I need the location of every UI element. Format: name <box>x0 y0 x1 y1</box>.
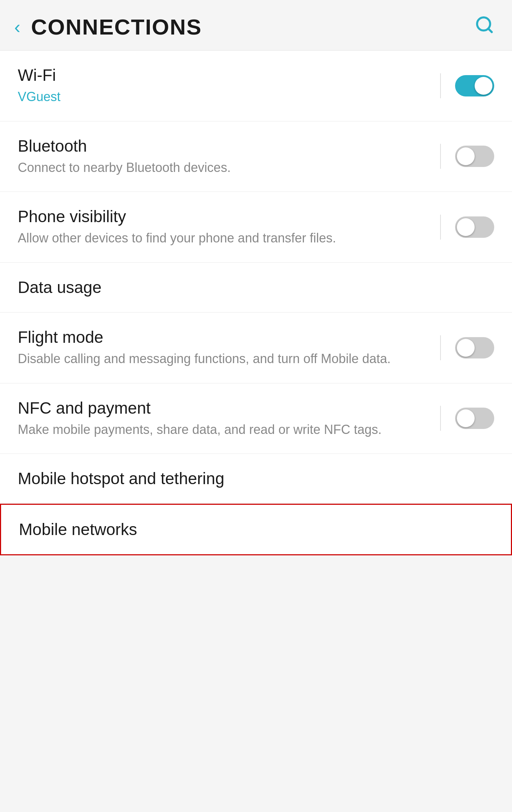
bluetooth-item-left: Bluetooth Connect to nearby Bluetooth de… <box>18 136 426 177</box>
wifi-divider <box>440 73 441 98</box>
nfc-payment-subtitle: Make mobile payments, share data, and re… <box>18 421 426 439</box>
wifi-title: Wi-Fi <box>18 66 426 85</box>
phone-visibility-title: Phone visibility <box>18 207 426 226</box>
wifi-toggle[interactable] <box>455 75 494 96</box>
flight-mode-toggle-container <box>455 337 494 358</box>
flight-mode-toggle[interactable] <box>455 337 494 358</box>
svg-line-1 <box>488 28 492 32</box>
phone-visibility-toggle-container <box>455 216 494 238</box>
hotspot-tethering-title: Mobile hotspot and tethering <box>18 469 494 488</box>
phone-visibility-item-left: Phone visibility Allow other devices to … <box>18 207 426 247</box>
bluetooth-item[interactable]: Bluetooth Connect to nearby Bluetooth de… <box>0 121 512 192</box>
phone-visibility-toggle[interactable] <box>455 216 494 238</box>
bluetooth-divider <box>440 144 441 169</box>
nfc-payment-title: NFC and payment <box>18 398 426 418</box>
phone-visibility-divider <box>440 215 441 240</box>
phone-visibility-item[interactable]: Phone visibility Allow other devices to … <box>0 192 512 263</box>
search-icon[interactable] <box>475 15 494 39</box>
bluetooth-title: Bluetooth <box>18 136 426 156</box>
flight-mode-divider <box>440 335 441 360</box>
flight-mode-item[interactable]: Flight mode Disable calling and messagin… <box>0 313 512 383</box>
data-usage-item-left: Data usage <box>18 278 494 297</box>
bluetooth-toggle-knob <box>457 147 475 165</box>
mobile-networks-item[interactable]: Mobile networks <box>0 504 512 555</box>
bluetooth-toggle[interactable] <box>455 146 494 167</box>
settings-list: Wi-Fi VGuest Bluetooth Connect to nearby… <box>0 51 512 555</box>
nfc-payment-toggle[interactable] <box>455 408 494 429</box>
hotspot-tethering-item[interactable]: Mobile hotspot and tethering <box>0 454 512 504</box>
flight-mode-item-left: Flight mode Disable calling and messagin… <box>18 328 426 368</box>
phone-visibility-toggle-knob <box>457 218 475 236</box>
flight-mode-subtitle: Disable calling and messaging functions,… <box>18 350 426 368</box>
header-left: ‹ CONNECTIONS <box>14 14 202 40</box>
back-button[interactable]: ‹ <box>14 18 20 36</box>
bluetooth-subtitle: Connect to nearby Bluetooth devices. <box>18 159 426 177</box>
wifi-subtitle: VGuest <box>18 88 426 106</box>
nfc-payment-toggle-container <box>455 408 494 429</box>
nfc-payment-toggle-knob <box>457 409 475 427</box>
nfc-payment-divider <box>440 406 441 431</box>
phone-visibility-subtitle: Allow other devices to find your phone a… <box>18 229 426 247</box>
wifi-item-left: Wi-Fi VGuest <box>18 66 426 106</box>
page-title: CONNECTIONS <box>31 14 202 40</box>
data-usage-title: Data usage <box>18 278 494 297</box>
wifi-toggle-container <box>455 75 494 96</box>
flight-mode-toggle-knob <box>457 339 475 357</box>
nfc-payment-item[interactable]: NFC and payment Make mobile payments, sh… <box>0 383 512 454</box>
header: ‹ CONNECTIONS <box>0 0 512 51</box>
wifi-toggle-knob <box>475 77 492 95</box>
flight-mode-title: Flight mode <box>18 328 426 347</box>
nfc-payment-item-left: NFC and payment Make mobile payments, sh… <box>18 398 426 439</box>
mobile-networks-title: Mobile networks <box>19 520 493 539</box>
wifi-item[interactable]: Wi-Fi VGuest <box>0 51 512 121</box>
bluetooth-toggle-container <box>455 146 494 167</box>
page: ‹ CONNECTIONS Wi-Fi VGuest <box>0 0 512 812</box>
hotspot-tethering-item-left: Mobile hotspot and tethering <box>18 469 494 488</box>
mobile-networks-item-left: Mobile networks <box>19 520 493 539</box>
data-usage-item[interactable]: Data usage <box>0 263 512 313</box>
